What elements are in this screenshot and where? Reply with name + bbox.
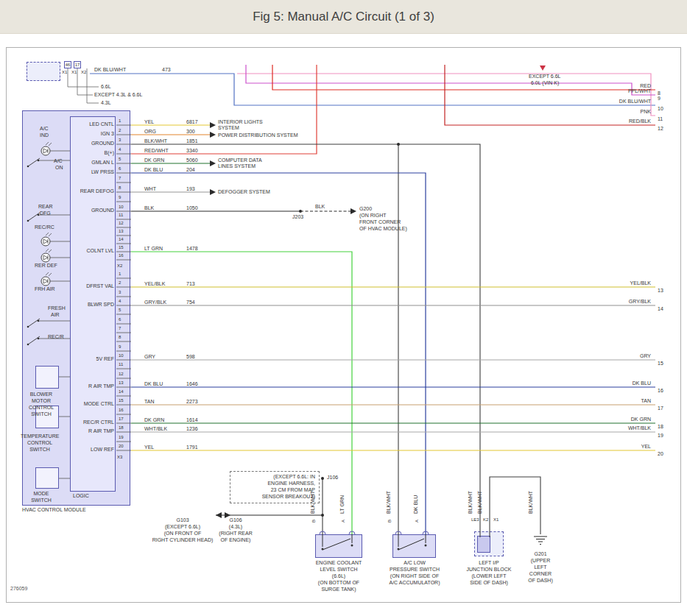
ground-location-line: (ON FRONT OF [147, 530, 218, 537]
edge-terminal-number: 17 [658, 406, 663, 411]
ac-indicator-lamp-icon [41, 146, 50, 155]
caption-line: SIDE OF DASH) [454, 579, 524, 586]
ground-location-line: (4.3L) [209, 523, 262, 530]
switch-label: REC/R [48, 334, 64, 340]
wire-color-label: RED/WHT [144, 148, 169, 154]
terminal-number: 17 [74, 63, 81, 68]
wire-color-label: GRY/BLK [144, 300, 166, 305]
caption-line: (6.6L) [303, 573, 374, 579]
j106-note: (EXCEPT 6.6L: IN ENGINE HARNESS, 23 CM F… [233, 473, 315, 500]
wire-circuit-label: 204 [186, 167, 195, 173]
g103-caption: G103 (EXCEPT 6.6L) (ON FRONT OF RIGHT CY… [147, 517, 218, 543]
pin-number: 14 [119, 237, 124, 242]
edge-wire-label: DK BLU [633, 380, 651, 386]
engine-variant-label: 6.6L [101, 84, 111, 90]
wire-color-label: YEL [144, 445, 154, 450]
wire-color-label: ORG [144, 129, 156, 135]
junction-block-caption: LEFT I/P JUNCTION BLOCK (LOWER LEFT SIDE… [454, 559, 524, 586]
splice-dots [299, 143, 400, 517]
wire-color-label: BLK [144, 205, 154, 211]
ground-label: G201 [515, 550, 566, 557]
wire-color-label-vertical: BLK/WHT [468, 491, 473, 514]
caption-line: TEMPERATURE [21, 433, 59, 439]
coolant-switch-caption: ENGINE COOLANT LEVEL SWITCH (6.6L) (ON B… [303, 559, 374, 592]
rear-defog-indicator-lamp-icon [41, 253, 50, 262]
pin-number: 3 [119, 138, 121, 143]
pin-number: 5 [119, 157, 121, 162]
ground-location-line: (RIGHT REAR [209, 530, 262, 537]
mode-switch-caption: MODE SWITCH [22, 490, 60, 503]
connector-id: X1 [62, 70, 67, 75]
pin-number: 9 [119, 195, 121, 200]
edge-terminal-number: 15 [658, 361, 663, 367]
wire-color-label: DK BLU [144, 167, 163, 173]
wire-circuit-label: 1478 [186, 246, 198, 252]
pin-number: 4 [119, 299, 121, 304]
connector-id: X3 [117, 455, 122, 460]
wire-circuit-label: 1236 [186, 426, 198, 432]
pin-number: 12 [119, 221, 124, 226]
pin-function-label: REAR DEFOG [80, 188, 114, 194]
caption-line: SWITCH [22, 497, 60, 503]
caption-line: CONTROL [21, 439, 59, 446]
ground-location-line: LEFT [515, 564, 566, 570]
pin-number: 1 [119, 118, 121, 124]
wire-color-label: BLK/WHT [144, 138, 167, 144]
caption-line: A/C LOW [379, 559, 450, 566]
document-number: 276059 [10, 586, 27, 592]
wire-circuit-label: 1646 [186, 381, 198, 387]
wire-circuit-label: 5060 [186, 157, 198, 163]
wire-color-label: GRY [144, 354, 155, 360]
ground-location-line: OF ENGINE) [209, 537, 262, 543]
pin-number: 13 [119, 380, 124, 386]
pin-number: 10 [119, 205, 124, 210]
wiring-diagram-page: Fig 5: Manual A/C Circuit (1 of 3) [0, 0, 687, 616]
caption-line: (ON RIGHT SIDE OF [379, 573, 450, 579]
wire-color-label: WHT/BLK [144, 426, 167, 432]
wire-circuit-label: 1050 [186, 205, 198, 211]
pin-number: 13 [119, 229, 124, 234]
indicator-label: FRH AIR [35, 286, 55, 292]
pin-function-label: COLNT LVL [87, 248, 114, 254]
wire-color-label-vertical: BLK/WHT [528, 491, 534, 514]
edge-wire-label: DK BLU/WHT [619, 99, 651, 105]
system-label: INTERIOR LIGHTS [218, 119, 263, 125]
indicator-label: A/C [40, 126, 49, 132]
pin-function-label: LED CNTL [89, 121, 114, 127]
caption-line: LEVEL SWITCH [303, 566, 374, 573]
cavity-letter: B [387, 520, 392, 523]
caption-line: SWITCH [21, 446, 59, 453]
caption-line: JUNCTION BLOCK [454, 566, 524, 573]
g201-ground-symbol [534, 537, 547, 545]
pin-function-label: GROUND [91, 208, 114, 213]
pin-number: 17 [119, 417, 124, 422]
wire-circuit-label: 1851 [186, 138, 198, 144]
edge-wire-label: RED/BLK [629, 118, 651, 124]
pin-function-label: GMLAN L [91, 160, 114, 166]
system-label: COMPUTER DATA [218, 157, 262, 163]
engine-variant-label: EXCEPT 4.3L & 6.6L [94, 92, 142, 98]
wire-color-label: LT GRN [144, 246, 163, 252]
switch-label: REAR [38, 204, 52, 210]
edge-terminal-number: 18 [658, 424, 663, 430]
pin-number: 15 [119, 245, 124, 250]
wire-circuit-label: 300 [186, 129, 195, 135]
indicator-label: IND [40, 132, 49, 138]
pin-number: 1 [119, 272, 121, 277]
system-label: SYSTEM [218, 125, 239, 131]
splice-label: J203 [292, 214, 303, 220]
pin-number: 12 [119, 372, 124, 377]
pin-number: 19 [119, 435, 124, 440]
wire-pnk [237, 74, 655, 116]
pin-number: 11 [119, 213, 123, 218]
edge-terminal-number: 16 [658, 388, 663, 394]
ground-label: G103 [147, 517, 218, 523]
edge-terminal-number: 13 [658, 288, 663, 294]
engine-note-line: EXCEPT 6.6L [529, 74, 560, 79]
ground-label: G106 [209, 517, 262, 523]
switch-label: AIR [51, 312, 60, 318]
edge-wire-label: PNK [641, 109, 651, 115]
switch-label: FRESH [48, 305, 66, 311]
ground-location-line: OF DASH) [515, 577, 566, 584]
wire-circuit-label: 598 [186, 354, 195, 360]
